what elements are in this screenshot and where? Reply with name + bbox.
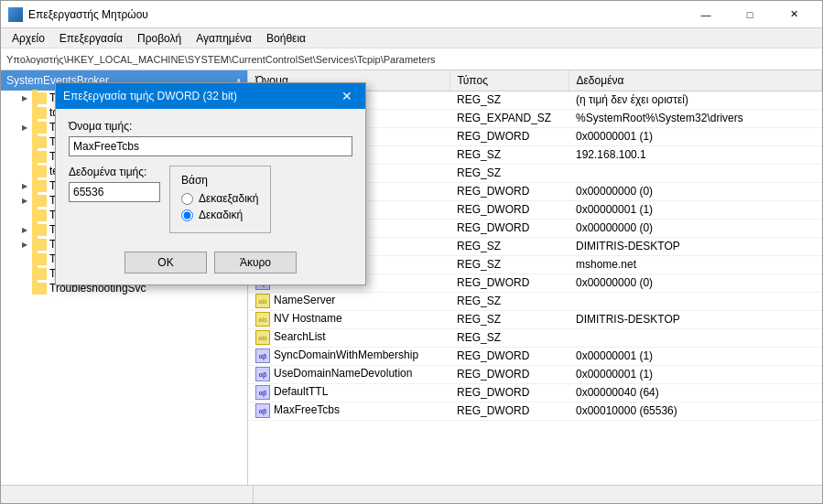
arrow-spacer — [19, 253, 30, 264]
cell-data: 192.168.100.1 — [569, 145, 822, 164]
reg-icon: αβ — [255, 349, 270, 363]
cell-type: REG_DWORD — [449, 200, 569, 219]
table-row[interactable]: abSearchListREG_SZ — [248, 328, 822, 347]
name-label: Όνομα τιμής: — [69, 120, 352, 133]
menu-help[interactable]: Βοήθεια — [259, 30, 313, 47]
arrow-spacer — [19, 283, 30, 294]
cell-type: REG_DWORD — [449, 383, 569, 402]
arrow-icon: ▶ — [19, 180, 30, 191]
cell-data: 0x00000000 (0) — [569, 273, 822, 292]
arrow-icon: ▶ — [19, 122, 30, 133]
cell-data: 0x00000001 (1) — [569, 127, 822, 145]
cell-data: DIMITRIS-DESKTOP — [569, 237, 822, 255]
data-row: Δεδομένα τιμής: Βάση Δεκαεξαδική Δεκαδικ… — [69, 166, 352, 233]
arrow-spacer — [19, 209, 30, 220]
reg-icon: αβ — [255, 367, 270, 381]
cell-type: REG_SZ — [449, 255, 569, 273]
cell-type: REG_SZ — [449, 328, 569, 347]
cell-data: (η τιμή δεν έχει οριστεί) — [569, 91, 822, 109]
cell-type: REG_DWORD — [449, 365, 569, 383]
cell-type: REG_DWORD — [449, 219, 569, 237]
cell-name: abNameServer — [248, 292, 449, 310]
ab-icon: ab — [255, 312, 270, 327]
cell-type: REG_SZ — [449, 145, 569, 164]
cancel-button[interactable]: Άκυρο — [214, 252, 297, 273]
dialog-title-bar: Επεξεργασία τιμής DWORD (32 bit) ✕ — [56, 83, 365, 109]
dialog-body: Όνομα τιμής: Δεδομένα τιμής: Βάση Δεκαεξ… — [56, 109, 365, 244]
base-label: Βάση — [181, 174, 259, 187]
ok-button[interactable]: ΟΚ — [125, 252, 207, 273]
cell-type: REG_DWORD — [449, 182, 569, 200]
cell-data: 0x00000001 (1) — [569, 347, 822, 365]
menu-edit[interactable]: Επεξεργασία — [52, 30, 130, 47]
cell-type: REG_SZ — [449, 310, 569, 328]
data-col: Δεδομένα τιμής: — [69, 166, 160, 202]
cell-data: 0x00000001 (1) — [569, 200, 822, 219]
folder-icon — [32, 268, 47, 280]
status-left — [6, 486, 254, 503]
folder-icon — [32, 107, 47, 119]
data-input[interactable] — [69, 182, 160, 202]
table-row[interactable]: abNameServerREG_SZ — [248, 292, 822, 310]
col-type: Τύπος — [449, 70, 569, 91]
folder-icon — [32, 151, 47, 163]
cell-data — [569, 292, 822, 310]
cell-name: αβUseDomainNameDevolution — [248, 365, 449, 383]
dec-label: Δεκαδική — [199, 209, 243, 221]
reg-icon: αβ — [255, 385, 270, 400]
cell-data: 0x00000000 (0) — [569, 182, 822, 200]
hex-radio[interactable] — [181, 193, 193, 205]
arrow-spacer — [19, 136, 30, 147]
folder-icon — [32, 209, 47, 221]
arrow-spacer — [19, 107, 30, 118]
table-row[interactable]: αβDefaultTTLREG_DWORD0x00000040 (64) — [248, 383, 822, 402]
folder-icon — [32, 122, 47, 134]
name-input[interactable] — [69, 136, 352, 156]
cell-data: 0x00000001 (1) — [569, 365, 822, 383]
table-row[interactable]: abNV HostnameREG_SZDIMITRIS-DESKTOP — [248, 310, 822, 328]
dialog-buttons: ΟΚ Άκυρο — [56, 244, 365, 284]
cell-name: αβSyncDomainWithMembership — [248, 347, 449, 365]
cell-data: DIMITRIS-DESKTOP — [569, 310, 822, 328]
cell-data: mshome.net — [569, 255, 822, 273]
folder-icon — [32, 195, 47, 207]
dec-radio[interactable] — [181, 209, 193, 221]
maximize-button[interactable]: □ — [729, 1, 771, 28]
cell-data: %SystemRoot%\System32\drivers — [569, 109, 822, 127]
close-button[interactable]: ✕ — [773, 1, 815, 28]
window-title: Επεξεργαστής Μητρώου — [28, 8, 148, 21]
edit-dword-dialog: Επεξεργασία τιμής DWORD (32 bit) ✕ Όνομα… — [55, 82, 366, 285]
table-row[interactable]: αβSyncDomainWithMembershipREG_DWORD0x000… — [248, 347, 822, 365]
dialog-title: Επεξεργασία τιμής DWORD (32 bit) — [63, 90, 237, 102]
address-bar: Υπολογιστής\HKEY_LOCAL_MACHINE\SYSTEM\Cu… — [1, 48, 822, 70]
arrow-spacer — [19, 151, 30, 162]
minimize-button[interactable]: — — [685, 1, 727, 28]
arrow-icon: ▶ — [19, 239, 30, 250]
cell-type: REG_DWORD — [449, 347, 569, 365]
folder-icon — [32, 166, 47, 177]
cell-type: REG_SZ — [449, 164, 569, 182]
cell-type: REG_DWORD — [449, 273, 569, 292]
dialog-close-button[interactable]: ✕ — [336, 85, 358, 107]
table-row[interactable]: αβUseDomainNameDevolutionREG_DWORD0x0000… — [248, 365, 822, 383]
cell-type: REG_SZ — [449, 292, 569, 310]
folder-icon — [32, 136, 47, 148]
title-bar: Επεξεργαστής Μητρώου — □ ✕ — [1, 1, 822, 28]
col-data: Δεδομένα — [569, 70, 822, 91]
cell-data — [569, 164, 822, 182]
menu-view[interactable]: Προβολή — [130, 30, 189, 47]
menu-file[interactable]: Αρχείο — [5, 30, 52, 47]
hex-radio-row: Δεκαεξαδική — [181, 192, 259, 205]
folder-icon — [32, 253, 47, 265]
menu-bar: Αρχείο Επεξεργασία Προβολή Αγαπημένα Βοή… — [1, 28, 822, 48]
arrow-icon: ▶ — [19, 195, 30, 206]
menu-favorites[interactable]: Αγαπημένα — [189, 30, 259, 47]
folder-icon — [32, 224, 47, 236]
arrow-spacer — [19, 268, 30, 279]
cell-name: αβMaxFreeTcbs — [248, 402, 449, 420]
table-row[interactable]: αβMaxFreeTcbsREG_DWORD0x00010000 (65536) — [248, 402, 822, 420]
cell-type: REG_EXPAND_SZ — [449, 109, 569, 127]
folder-icon — [32, 283, 47, 295]
folder-icon — [32, 239, 47, 251]
folder-icon — [32, 180, 47, 192]
